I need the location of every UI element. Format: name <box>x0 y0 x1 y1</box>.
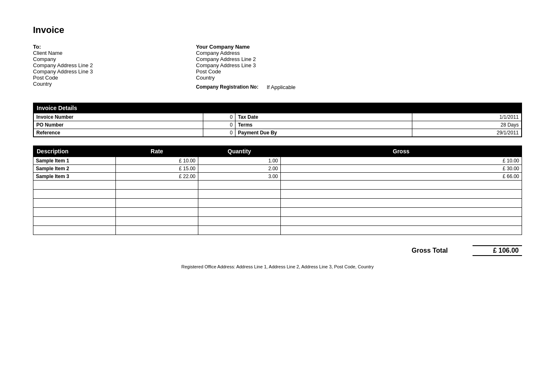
item-6-qty <box>198 199 281 208</box>
tax-date-label: Tax Date <box>235 113 412 121</box>
item-row-6 <box>33 199 522 208</box>
item-6-gross <box>281 199 522 208</box>
company-address: Company Address <box>196 50 359 56</box>
reference-label: Reference <box>34 129 203 137</box>
item-4-qty <box>198 181 281 190</box>
invoice-number-label: Invoice Number <box>34 113 203 121</box>
payment-due-label: Payment Due By <box>235 129 412 137</box>
item-6-rate <box>116 199 198 208</box>
tax-date-value: 1/1/2011 <box>412 113 522 121</box>
item-7-qty <box>198 208 281 217</box>
item-9-gross <box>281 226 522 235</box>
item-8-desc <box>33 217 116 226</box>
item-8-rate <box>116 217 198 226</box>
item-2-gross: £ 30.00 <box>281 165 522 173</box>
item-2-qty: 2.00 <box>198 165 281 173</box>
invoice-details-row-3: Reference 0 Payment Due By 29/1/2011 <box>34 129 522 137</box>
bill-to-section: To: Client Name Company Company Address … <box>33 44 196 90</box>
po-number-value: 0 <box>203 121 235 129</box>
item-8-gross <box>281 217 522 226</box>
company-country: Country <box>196 75 359 81</box>
item-row-2: Sample Item 2 £ 15.00 2.00 £ 30.00 <box>33 165 522 173</box>
item-row-7 <box>33 208 522 217</box>
item-7-desc <box>33 208 116 217</box>
invoice-title: Invoice <box>33 25 522 35</box>
invoice-details-section: Invoice Details Invoice Number 0 Tax Dat… <box>33 103 522 137</box>
item-2-rate: £ 15.00 <box>116 165 198 173</box>
company-info-section: Your Company Name Company Address Compan… <box>196 44 359 90</box>
footer-address: Registered Office Address: Address Line … <box>33 264 522 269</box>
invoice-details-row-1: Invoice Number 0 Tax Date 1/1/2011 <box>34 113 522 121</box>
item-5-desc <box>33 190 116 199</box>
col-description: Description <box>33 146 116 157</box>
col-quantity: Quantity <box>198 146 281 157</box>
item-4-desc <box>33 181 116 190</box>
item-row-8 <box>33 217 522 226</box>
item-1-qty: 1.00 <box>198 157 281 165</box>
client-name: Client Name <box>33 50 196 56</box>
invoice-details-header: Invoice Details <box>33 103 522 113</box>
item-5-rate <box>116 190 198 199</box>
col-gross: Gross <box>281 146 522 157</box>
payment-due-value: 29/1/2011 <box>412 129 522 137</box>
item-4-gross <box>281 181 522 190</box>
item-row-1: Sample Item 1 £ 10.00 1.00 £ 10.00 <box>33 157 522 165</box>
item-1-gross: £ 10.00 <box>281 157 522 165</box>
invoice-details-row-2: PO Number 0 Terms 28 Days <box>34 121 522 129</box>
company-address-line3: Company Address Line 3 <box>196 62 359 68</box>
item-5-gross <box>281 190 522 199</box>
company-reg-label: Company Registration No: <box>196 84 258 90</box>
items-header-row: Description Rate Quantity Gross <box>33 146 522 157</box>
client-country: Country <box>33 81 196 87</box>
item-3-rate: £ 22.00 <box>116 173 198 181</box>
item-3-desc: Sample Item 3 <box>33 173 116 181</box>
col-rate: Rate <box>116 146 198 157</box>
invoice-details-table: Invoice Number 0 Tax Date 1/1/2011 PO Nu… <box>33 113 522 137</box>
item-3-qty: 3.00 <box>198 173 281 181</box>
item-row-9 <box>33 226 522 235</box>
gross-total-row: Gross Total £ 106.00 <box>33 245 522 256</box>
item-row-3: Sample Item 3 £ 22.00 3.00 £ 66.00 <box>33 173 522 181</box>
terms-label: Terms <box>235 121 412 129</box>
item-4-rate <box>116 181 198 190</box>
po-number-label: PO Number <box>34 121 203 129</box>
item-1-desc: Sample Item 1 <box>33 157 116 165</box>
item-9-rate <box>116 226 198 235</box>
client-address-line3: Company Address Line 3 <box>33 68 196 75</box>
gross-total-label: Gross Total <box>412 247 448 254</box>
gross-total-value: £ 106.00 <box>473 245 522 256</box>
company-post-code: Post Code <box>196 68 359 75</box>
items-table: Description Rate Quantity Gross Sample I… <box>33 146 522 235</box>
bill-to-label: To: <box>33 44 196 50</box>
item-7-rate <box>116 208 198 217</box>
item-8-qty <box>198 217 281 226</box>
reference-value: 0 <box>203 129 235 137</box>
item-row-5 <box>33 190 522 199</box>
item-row-4 <box>33 181 522 190</box>
company-reg-row: Company Registration No: If Applicable <box>196 84 359 90</box>
item-6-desc <box>33 199 116 208</box>
company-address-line2: Company Address Line 2 <box>196 56 359 62</box>
item-9-qty <box>198 226 281 235</box>
item-2-desc: Sample Item 2 <box>33 165 116 173</box>
item-9-desc <box>33 226 116 235</box>
item-5-qty <box>198 190 281 199</box>
client-post-code: Post Code <box>33 75 196 81</box>
item-3-gross: £ 66.00 <box>281 173 522 181</box>
client-address-line2: Company Address Line 2 <box>33 62 196 68</box>
item-1-rate: £ 10.00 <box>116 157 198 165</box>
item-7-gross <box>281 208 522 217</box>
company-reg-value: If Applicable <box>267 84 296 90</box>
invoice-number-value: 0 <box>203 113 235 121</box>
terms-value: 28 Days <box>412 121 522 129</box>
company-name: Your Company Name <box>196 44 359 50</box>
client-company: Company <box>33 56 196 62</box>
